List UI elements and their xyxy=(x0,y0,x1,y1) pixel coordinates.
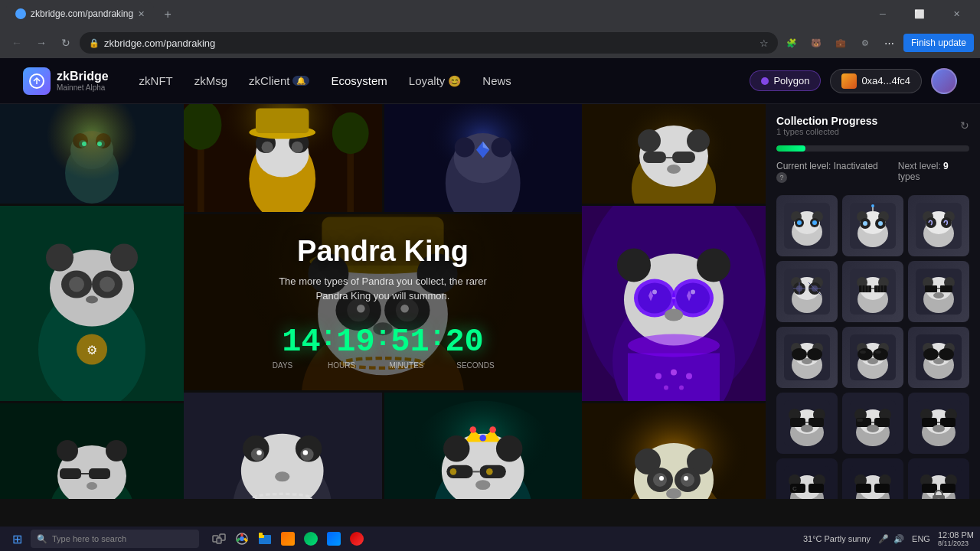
next-level: Next level: 9 types xyxy=(898,161,969,183)
nft-card-6[interactable] xyxy=(908,261,969,322)
svg-point-22 xyxy=(86,296,98,304)
nft-card-1[interactable] xyxy=(776,195,838,256)
svg-point-117 xyxy=(676,283,710,314)
collection-subtitle: 1 types collected xyxy=(776,127,877,136)
svg-point-205 xyxy=(933,292,944,298)
tab-title: zkbridge.com/pandraking xyxy=(31,8,133,19)
site-logo[interactable]: zkBridge Mainnet Alpha xyxy=(23,67,109,95)
tab-close-button[interactable]: ✕ xyxy=(138,9,145,19)
polygon-dot-icon xyxy=(761,77,769,85)
wallet-button[interactable]: 0xa4...4fc4 xyxy=(830,69,922,93)
nav-zkclient[interactable]: zkClient 🔔 xyxy=(249,74,309,87)
collection-title-wrap: Collection Progress 1 types collected xyxy=(776,115,877,136)
nft-card-11[interactable] xyxy=(842,393,903,454)
svg-point-289 xyxy=(240,536,244,541)
question-icon[interactable]: ? xyxy=(776,172,787,183)
nft-card-9[interactable] xyxy=(908,327,969,388)
svg-point-19 xyxy=(100,277,115,292)
gallery-cell-bot-left[interactable] xyxy=(0,403,184,499)
finish-update-button[interactable]: Finish update xyxy=(903,34,974,52)
svg-point-42 xyxy=(262,142,273,153)
svg-point-112 xyxy=(617,249,651,282)
taskbar-multitasking-button[interactable] xyxy=(208,528,230,549)
svg-point-113 xyxy=(697,249,730,282)
nav-news[interactable]: News xyxy=(482,74,511,87)
pandra-king-cell[interactable]: Pandra King The more types of Pandra you… xyxy=(184,214,582,390)
gallery-cell-bot-right[interactable] xyxy=(582,403,766,499)
gallery-cell-mid-right[interactable] xyxy=(582,206,766,401)
nft-card-10[interactable] xyxy=(776,393,838,454)
gallery-cell-bot-mid2[interactable] xyxy=(384,393,583,499)
address-bar[interactable]: 🔒 zkbridge.com/pandraking ☆ xyxy=(80,32,778,54)
taskbar-language: ENG xyxy=(912,534,930,543)
polygon-button[interactable]: Polygon xyxy=(750,70,821,91)
nav-zkmsg[interactable]: zkMsg xyxy=(194,74,227,87)
site-navigation: zkNFT zkMsg zkClient 🔔 Ecosystem Loyalty… xyxy=(139,74,750,87)
gallery-cell-top-mid1[interactable] xyxy=(184,104,382,212)
nav-ecosystem[interactable]: Ecosystem xyxy=(331,74,387,87)
nft-card-4[interactable] xyxy=(776,261,838,322)
windows-start-button[interactable]: ⊞ xyxy=(6,528,28,549)
profile-icon[interactable]: 🐻 xyxy=(805,32,827,54)
gallery-cell-mid-left[interactable]: ⚙ xyxy=(0,206,184,401)
svg-line-291 xyxy=(237,539,240,542)
forward-button[interactable]: → xyxy=(31,32,52,54)
gallery-cell-bot-mid1[interactable] xyxy=(184,393,382,499)
countdown-seconds: 20 xyxy=(445,326,483,358)
taskbar-microphone-icon[interactable]: 🎤 xyxy=(878,534,889,544)
svg-rect-295 xyxy=(259,533,263,536)
taskbar-right-section: 31°C Partly sunny 🎤 🔊 ENG 12:08 PM 8/11/… xyxy=(803,530,974,547)
taskbar-clock[interactable]: 12:08 PM 8/11/2023 xyxy=(938,530,974,547)
nft-card-12[interactable] xyxy=(908,393,969,454)
svg-point-160 xyxy=(878,221,883,226)
user-avatar[interactable] xyxy=(931,68,957,94)
taskbar-app-5[interactable] xyxy=(300,528,322,549)
svg-point-27 xyxy=(106,440,127,461)
more-tools-icon[interactable]: ⚙ xyxy=(854,32,876,54)
url-text: zkbridge.com/pandraking xyxy=(104,37,755,49)
nav-loyalty[interactable]: Loyalty 😊 xyxy=(409,74,462,87)
taskbar-chrome-button[interactable] xyxy=(231,528,253,549)
svg-point-126 xyxy=(671,370,677,376)
refresh-icon[interactable]: ↻ xyxy=(960,119,969,132)
nft-card-9-inner xyxy=(908,327,969,388)
taskbar-explorer-button[interactable] xyxy=(254,528,276,549)
svg-point-31 xyxy=(87,482,97,490)
gallery-cell-top-mid2[interactable] xyxy=(384,104,583,212)
extensions-icon[interactable]: 🧩 xyxy=(781,32,802,54)
bookmark-icon[interactable]: ☆ xyxy=(760,37,769,49)
active-tab[interactable]: zkbridge.com/pandraking ✕ xyxy=(6,2,154,25)
svg-point-87 xyxy=(479,435,486,442)
reload-button[interactable]: ↻ xyxy=(55,32,77,54)
nft-card-4-inner xyxy=(776,261,838,322)
nft-card-2[interactable] xyxy=(842,195,903,256)
taskbar-volume-icon[interactable]: 🔊 xyxy=(893,534,904,544)
settings-icon[interactable]: ⋯ xyxy=(879,32,900,54)
maximize-button[interactable]: ⬜ xyxy=(902,3,937,24)
pandra-king-description: The more types of Pandra you collect, th… xyxy=(276,274,490,304)
next-level-label: Next level: xyxy=(898,161,941,171)
taskbar-app-7[interactable] xyxy=(346,528,368,549)
nft-card-5[interactable] xyxy=(842,261,903,322)
nft-card-7[interactable] xyxy=(776,327,838,388)
nft-card-2-inner xyxy=(842,195,903,256)
back-button[interactable]: ← xyxy=(6,32,28,54)
minimize-button[interactable]: ─ xyxy=(865,3,900,24)
taskbar-search-text: Type here to search xyxy=(52,534,126,543)
nft-card-15-inner xyxy=(908,458,969,499)
nav-zknft[interactable]: zkNFT xyxy=(139,74,173,87)
gallery-cell-top-left[interactable] xyxy=(0,104,184,204)
nft-card-14[interactable]: ...ngs 1.0 xyxy=(842,458,903,499)
nft-card-8[interactable] xyxy=(842,327,903,388)
taskbar-app-4[interactable] xyxy=(277,528,299,549)
svg-text:⚙: ⚙ xyxy=(87,344,97,357)
new-tab-button[interactable]: + xyxy=(157,4,178,25)
nft-card-15[interactable] xyxy=(908,458,969,499)
taskbar-app-6[interactable] xyxy=(323,528,345,549)
taskbar-search-bar[interactable]: 🔍 Type here to search xyxy=(31,530,199,548)
gallery-cell-top-right[interactable] xyxy=(582,104,766,204)
nft-card-13[interactable]: C Actively Actively xyxy=(776,458,838,499)
wallet-extension-icon[interactable]: 💼 xyxy=(830,32,851,54)
nft-card-3[interactable] xyxy=(908,195,969,256)
close-button[interactable]: ✕ xyxy=(939,3,974,24)
